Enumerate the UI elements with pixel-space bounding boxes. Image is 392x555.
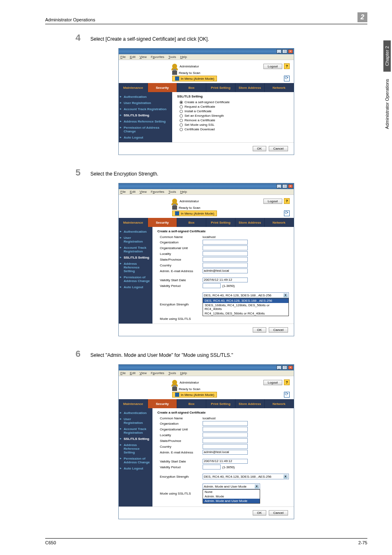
input-org-unit[interactable] — [203, 245, 248, 250]
input-validity-start[interactable]: 2007/6/12 11:49:12 — [203, 459, 248, 464]
sidebar-item-user-registration[interactable]: User Registration — [119, 235, 152, 245]
menu-tools[interactable]: Tools — [168, 371, 176, 375]
close-icon[interactable]: × — [288, 184, 293, 188]
menu-view[interactable]: View — [140, 190, 147, 194]
ok-button[interactable]: OK — [253, 146, 267, 151]
select-encryption-strength[interactable]: DES, RC4-40, RC4-128, 3DES-168 , AES-256… — [203, 292, 289, 298]
input-admin-email[interactable]: admin@test.local — [203, 268, 248, 273]
tab-store-address[interactable]: Store Address — [235, 218, 265, 227]
sidebar-item-user-registration[interactable]: User Registration — [119, 100, 172, 106]
sidebar-item-auto-logout[interactable]: Auto Logout — [119, 134, 172, 141]
menu-view[interactable]: View — [140, 371, 147, 375]
sidebar-item-auto-logout[interactable]: Auto Logout — [119, 284, 152, 290]
refresh-icon[interactable] — [284, 392, 290, 398]
radio-create-self-signed[interactable] — [180, 101, 183, 104]
sidebar-item-address-reference[interactable]: Address Reference Setting — [119, 118, 172, 125]
help-button[interactable]: ? — [284, 63, 290, 69]
sidebar-item-authentication[interactable]: Authentication — [119, 94, 172, 100]
input-validity-start[interactable]: 2007/6/12 11:49:12 — [203, 278, 248, 282]
menu-help[interactable]: Help — [180, 190, 187, 194]
menu-edit[interactable]: Edit — [130, 190, 136, 194]
dropdown-option[interactable]: 3DES_168bits, RC4_128bits, DES_56bits or… — [203, 303, 288, 311]
maximize-icon[interactable]: □ — [282, 184, 287, 188]
maximize-icon[interactable]: □ — [282, 49, 287, 53]
cancel-button[interactable]: Cancel — [269, 327, 288, 333]
menu-edit[interactable]: Edit — [130, 371, 136, 375]
cancel-button[interactable]: Cancel — [269, 510, 288, 516]
select-mode-ssl[interactable]: Admin. Mode and User Mode▾ — [203, 483, 260, 489]
input-organization[interactable] — [203, 240, 248, 245]
input-admin-email[interactable]: admin@test.local — [203, 450, 248, 455]
menu-file[interactable]: File — [120, 371, 126, 375]
radio-install-cert[interactable] — [180, 110, 183, 113]
maximize-icon[interactable]: □ — [282, 365, 287, 370]
tab-security[interactable]: Security — [148, 218, 177, 227]
tab-print-setting[interactable]: Print Setting — [206, 399, 235, 408]
sidebar-item-account-track[interactable]: Account Track Registration — [119, 106, 172, 112]
menu-help[interactable]: Help — [180, 55, 187, 59]
logout-button[interactable]: Logout — [263, 64, 282, 69]
close-icon[interactable]: × — [288, 49, 293, 53]
menu-favorites[interactable]: Favorites — [151, 55, 164, 59]
cancel-button[interactable]: Cancel — [269, 146, 288, 151]
ok-button[interactable]: OK — [253, 510, 267, 516]
dropdown-option[interactable]: RC4_128bits, DES_56bits or RC4_40bits — [203, 311, 288, 316]
tab-box[interactable]: Box — [177, 218, 206, 227]
menu-file[interactable]: File — [120, 190, 126, 194]
tab-security[interactable]: Security — [148, 399, 177, 408]
input-country[interactable] — [203, 263, 248, 268]
help-button[interactable]: ? — [284, 198, 290, 204]
input-state[interactable] — [203, 257, 248, 262]
sidebar-item-auto-logout[interactable]: Auto Logout — [119, 465, 152, 472]
minimize-icon[interactable]: _ — [277, 184, 281, 188]
menu-favorites[interactable]: Favorites — [151, 190, 164, 194]
radio-request-cert[interactable] — [180, 105, 183, 109]
sidebar-item-ssl-tls[interactable]: SSL/TLS Setting — [119, 254, 152, 261]
sidebar-item-user-registration[interactable]: User Registration — [119, 416, 152, 426]
input-validity-period[interactable] — [203, 465, 221, 469]
radio-remove-cert[interactable] — [180, 119, 183, 122]
radio-cert-download[interactable] — [180, 128, 183, 131]
menu-edit[interactable]: Edit — [130, 55, 136, 59]
input-organization[interactable] — [203, 421, 248, 426]
tab-network[interactable]: Network — [265, 83, 294, 92]
dropdown-option[interactable]: Admin. Mode and User Mode — [203, 499, 260, 503]
minimize-icon[interactable]: _ — [277, 365, 281, 370]
sidebar-item-permission-address[interactable]: Permission of Address Change — [119, 125, 172, 134]
tab-print-setting[interactable]: Print Setting — [206, 83, 235, 92]
minimize-icon[interactable]: _ — [277, 49, 281, 53]
tab-network[interactable]: Network — [265, 218, 294, 227]
radio-set-encryption[interactable] — [180, 114, 183, 118]
refresh-icon[interactable] — [284, 76, 290, 81]
help-button[interactable]: ? — [284, 379, 290, 385]
menu-favorites[interactable]: Favorites — [151, 371, 164, 375]
radio-set-mode-ssl[interactable] — [180, 123, 183, 127]
dropdown-option[interactable]: None — [203, 490, 260, 494]
input-locality[interactable] — [203, 251, 248, 256]
tab-maintenance[interactable]: Maintenance — [119, 218, 148, 227]
sidebar-item-authentication[interactable]: Authentication — [119, 229, 152, 235]
tab-maintenance[interactable]: Maintenance — [119, 83, 148, 92]
tab-store-address[interactable]: Store Address — [235, 399, 265, 408]
sidebar-item-permission-address[interactable]: Permission of Address Change — [119, 456, 152, 465]
dropdown-option[interactable]: DES, RC4-40, RC4-128, 3DES-168 , AES-256 — [203, 298, 288, 303]
tab-print-setting[interactable]: Print Setting — [206, 218, 235, 227]
tab-store-address[interactable]: Store Address — [235, 83, 265, 92]
input-country[interactable] — [203, 444, 248, 449]
select-encryption-strength[interactable]: DES, RC4-40, RC4-128, 3DES-168 , AES-256… — [203, 474, 289, 479]
sidebar-item-address-reference[interactable]: Address Reference Setting — [119, 261, 152, 274]
input-locality[interactable] — [203, 432, 248, 437]
logout-button[interactable]: Logout — [263, 199, 282, 204]
tab-box[interactable]: Box — [177, 83, 206, 92]
sidebar-item-address-reference[interactable]: Address Reference Setting — [119, 442, 152, 456]
input-validity-period[interactable] — [203, 283, 221, 288]
sidebar-item-permission-address[interactable]: Permission of Address Change — [119, 274, 152, 284]
menu-tools[interactable]: Tools — [168, 55, 176, 59]
sidebar-item-ssl-tls[interactable]: SSL/TLS Setting — [119, 436, 152, 442]
tab-maintenance[interactable]: Maintenance — [119, 399, 148, 408]
dropdown-option[interactable]: Admin. Mode — [203, 494, 260, 499]
menu-help[interactable]: Help — [180, 371, 187, 375]
sidebar-item-account-track[interactable]: Account Track Registration — [119, 426, 152, 436]
input-state[interactable] — [203, 438, 248, 443]
menu-view[interactable]: View — [140, 55, 147, 59]
